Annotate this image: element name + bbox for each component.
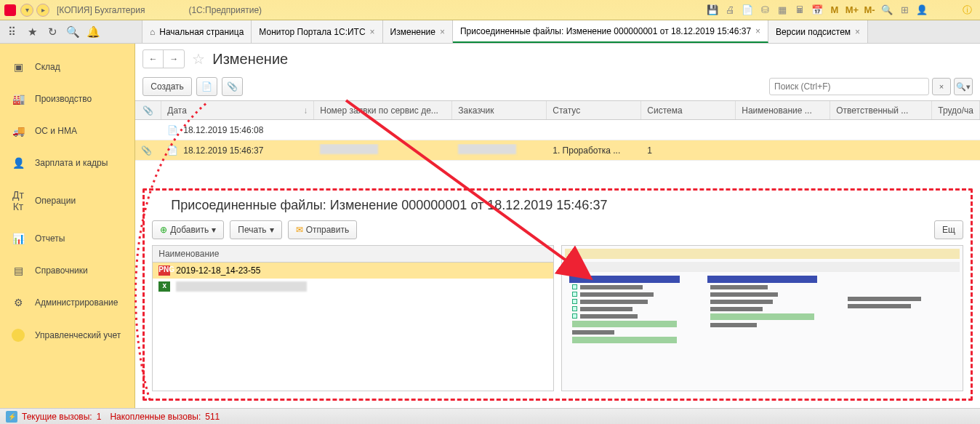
search-button-icon[interactable]: 🔍▾ — [954, 78, 973, 95]
close-icon[interactable]: × — [440, 27, 445, 37]
app-suffix: (1С:Предприятие) — [188, 5, 262, 15]
file-split: Наименование PNG 2019-12-18_14-23-55 x — [152, 245, 963, 391]
history-icon[interactable]: ↻ — [45, 25, 60, 39]
search-input[interactable] — [769, 78, 929, 95]
col-date[interactable]: Дата↓ — [161, 101, 314, 119]
file-row[interactable]: PNG 2019-12-18_14-23-55 — [153, 263, 553, 279]
m-minus-icon[interactable]: M- — [862, 3, 877, 17]
col-request[interactable]: Номер заявки по сервис де... — [314, 101, 452, 119]
print-icon[interactable]: 🖨 — [723, 3, 737, 17]
table-row[interactable]: 📎 📄18.12.2019 15:46:37 1. Проработка ...… — [135, 140, 980, 161]
sidebar-item-admin[interactable]: ⚙Администрирование — [0, 287, 134, 319]
nav-back-icon[interactable]: ← — [143, 50, 164, 68]
sidebar-item-sklad[interactable]: ▣Склад — [0, 51, 134, 83]
doc-row-icon: 📄 — [167, 125, 179, 135]
search-box: × 🔍▾ — [769, 78, 973, 95]
close-icon[interactable]: × — [370, 27, 375, 37]
win-control2-icon[interactable]: ▸ — [36, 4, 49, 17]
sidebar-item-catalogs[interactable]: ▤Справочники — [0, 255, 134, 287]
win-control-icon[interactable]: ▾ — [20, 4, 33, 17]
col-name[interactable]: Наименование ... — [736, 101, 830, 119]
tabs-bar: ⠿ ★ ↻ 🔍 🔔 ⌂ Начальная страница Монитор П… — [0, 20, 980, 44]
warehouse-icon: ▣ — [12, 61, 25, 73]
nav-fwd-icon[interactable]: → — [164, 50, 184, 68]
apps-icon[interactable]: ⠿ — [4, 25, 19, 39]
doc-icon[interactable]: 📄 — [740, 3, 755, 17]
copy-doc-icon: 📄 — [201, 81, 212, 92]
file-col-header[interactable]: Наименование — [153, 246, 553, 263]
table-row[interactable]: 📄18.12.2019 15:46:08 — [135, 120, 980, 140]
sidebar-item-assets[interactable]: 🚚ОС и НМА — [0, 115, 134, 147]
status-acc-value: 511 — [205, 412, 220, 422]
sidebar-item-production[interactable]: 🏭Производство — [0, 83, 134, 115]
col-attach[interactable]: 📎 — [135, 101, 161, 119]
page-header: ← → ☆ Изменение — [135, 44, 980, 77]
table-header: 📎 Дата↓ Номер заявки по сервис де... Зак… — [135, 101, 980, 120]
copy-doc-button[interactable]: 📄 — [196, 77, 217, 96]
blurred-filename — [176, 281, 307, 292]
col-resp[interactable]: Ответственный ... — [830, 101, 932, 119]
compare-icon[interactable]: ⛁ — [758, 3, 772, 17]
zoom-icon[interactable]: 🔍 — [880, 3, 894, 17]
file-name: 2019-12-18_14-23-55 — [176, 265, 260, 276]
home-icon: ⌂ — [150, 27, 155, 37]
chevron-down-icon: ▾ — [212, 225, 216, 235]
sidebar-item-operations[interactable]: ДтКтОперации — [0, 179, 134, 223]
close-icon[interactable]: × — [755, 26, 760, 36]
tab-monitor[interactable]: Монитор Портала 1С:ИТС × — [252, 20, 382, 43]
tab-versions[interactable]: Версии подсистем × — [768, 20, 868, 43]
col-customer[interactable]: Заказчик — [452, 101, 547, 119]
window-icon[interactable]: ⊞ — [897, 3, 912, 17]
attach-button[interactable]: 📎 — [222, 77, 243, 96]
save-icon[interactable]: 💾 — [705, 3, 720, 17]
clear-search-icon[interactable]: × — [932, 78, 951, 95]
button-label: Создать — [150, 81, 184, 92]
action-row: Создать 📄 📎 × 🔍▾ — [135, 77, 980, 100]
doc-row-icon: 📄 — [167, 145, 179, 156]
book-icon: ▤ — [12, 265, 25, 276]
toolbar-left: ⠿ ★ ↻ 🔍 🔔 — [0, 20, 142, 43]
m-plus-icon[interactable]: M+ — [845, 3, 859, 17]
file-preview — [561, 245, 963, 391]
info-icon[interactable]: ⓘ — [960, 3, 974, 17]
favorite-star-icon[interactable]: ☆ — [192, 50, 205, 68]
send-button[interactable]: ✉Отправить — [288, 220, 358, 239]
sidebar-item-reports[interactable]: 📊Отчеты — [0, 223, 134, 255]
bell-icon[interactable]: 🔔 — [86, 25, 100, 39]
sidebar-item-label: ОС и НМА — [35, 126, 77, 136]
col-labor[interactable]: Трудо/ча — [932, 101, 980, 119]
tab-label: Присоединенные файлы: Изменение 00000000… — [460, 26, 751, 36]
page-title: Изменение — [212, 51, 288, 68]
create-button[interactable]: Создать — [142, 77, 192, 96]
m-icon[interactable]: M — [827, 3, 842, 17]
close-icon[interactable]: × — [855, 27, 860, 37]
tab-home[interactable]: ⌂ Начальная страница — [142, 20, 252, 43]
add-button[interactable]: ⊕Добавить▾ — [152, 220, 224, 239]
tab-attached-files[interactable]: Присоединенные файлы: Изменение 00000000… — [453, 20, 768, 43]
sidebar-item-label: Отчеты — [35, 233, 65, 244]
sidebar-item-label: Справочники — [35, 265, 88, 276]
file-row[interactable]: x — [153, 279, 553, 295]
blurred-cell — [458, 144, 516, 154]
person-icon: 👤 — [12, 157, 25, 169]
tab-label: Версии подсистем — [776, 27, 851, 37]
grid-icon[interactable]: ▦ — [775, 3, 790, 17]
col-status[interactable]: Статус — [547, 101, 641, 119]
col-system[interactable]: Система — [641, 101, 736, 119]
print-button[interactable]: Печать▾ — [230, 220, 281, 239]
doc-table: 📎 Дата↓ Номер заявки по сервис де... Зак… — [135, 100, 980, 181]
calc-icon[interactable]: 🖩 — [792, 3, 807, 17]
sidebar-item-mgmt[interactable]: Управленческий учет — [0, 319, 134, 352]
search-tool-icon[interactable]: 🔍 — [65, 25, 80, 39]
tab-change[interactable]: Изменение × — [383, 20, 453, 43]
status-current-value: 1 — [97, 412, 102, 422]
attached-title: Присоединенные файлы: Изменение 00000000… — [171, 198, 963, 213]
star-icon[interactable]: ★ — [25, 25, 39, 39]
more-button[interactable]: Ещ — [934, 220, 963, 239]
calendar-icon[interactable]: 📅 — [810, 3, 824, 17]
attached-actions: ⊕Добавить▾ Печать▾ ✉Отправить Ещ — [152, 220, 963, 239]
gear-icon: ⚙ — [12, 297, 25, 308]
main-row: ▣Склад 🏭Производство 🚚ОС и НМА 👤Зарплата… — [0, 44, 980, 408]
sidebar-item-hr[interactable]: 👤Зарплата и кадры — [0, 147, 134, 179]
user-icon[interactable]: 👤 — [915, 3, 929, 17]
